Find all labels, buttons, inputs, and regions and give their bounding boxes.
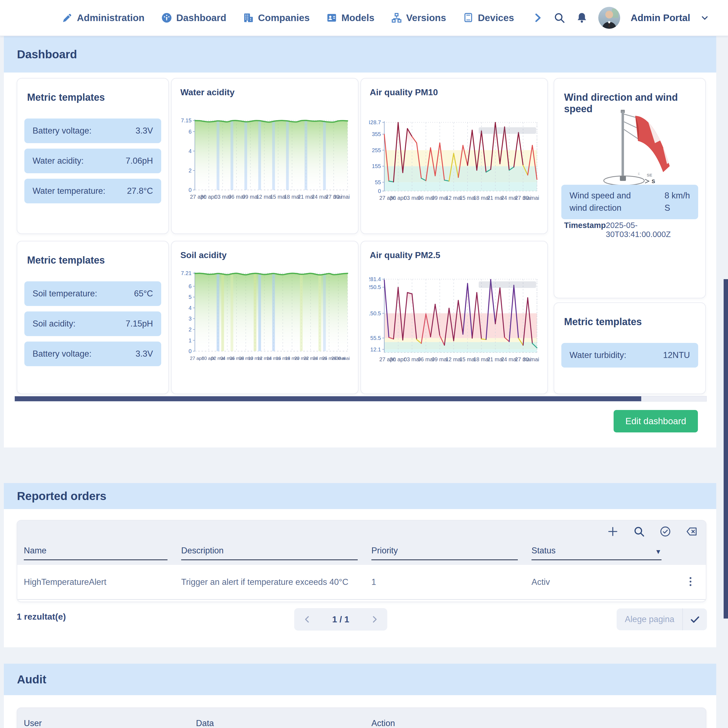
nav-item-models[interactable]: Models (326, 12, 375, 23)
check-circle-icon[interactable] (659, 526, 671, 537)
nav-item-label: Devices (478, 12, 514, 23)
compass-e: E (638, 172, 640, 176)
cell-description: Trigger an alert if temperature exceeds … (181, 577, 372, 587)
results-count: 1 rezultat(e) (17, 612, 66, 622)
svg-text:55: 55 (375, 179, 381, 185)
nav-more-chevron-right-icon[interactable] (532, 12, 543, 23)
nav-item-companies[interactable]: Companies (243, 12, 310, 23)
audit-column-header-user[interactable]: User (24, 719, 196, 728)
nav-item-label: Models (341, 12, 375, 23)
row-menu-kebab-icon[interactable] (688, 577, 693, 586)
legend-blur (479, 127, 536, 134)
cell-priority: 1 (372, 577, 532, 587)
chart-title: Water acidity (180, 87, 234, 98)
audit-header-row: UserDataAction (17, 708, 706, 728)
legend-blur (479, 281, 536, 288)
column-header-name[interactable]: Name (24, 546, 168, 560)
metric-label: Soil acidity: (32, 319, 75, 329)
pm10-chart-card: Air quality PM10 428.735525515555027 apr… (361, 78, 548, 234)
cell-status: Activ (532, 577, 675, 587)
metric-chip: Water turbidity:12NTU (561, 343, 698, 367)
device-icon (462, 12, 474, 23)
pm25-chart: 281.4250.5150.555.512.127 apr.30 apr.03 … (369, 266, 540, 395)
compass-s: S (652, 179, 655, 184)
nav-item-devices[interactable]: Devices (462, 12, 514, 23)
reported-orders-band: Reported orders (4, 483, 716, 509)
column-header-status[interactable]: Status▼ (532, 546, 662, 560)
chevron-down-icon[interactable] (700, 14, 709, 22)
add-icon[interactable] (607, 526, 619, 537)
svg-text:30 mai: 30 mai (523, 195, 539, 201)
wind-card: Wind direction and wind speed (554, 78, 706, 298)
column-header-description[interactable]: Description (181, 546, 358, 560)
svg-text:6: 6 (188, 128, 191, 135)
pagination: 1 / 1 (294, 608, 387, 630)
audit-title: Audit (4, 673, 46, 686)
svg-text:30 mai: 30 mai (333, 194, 350, 200)
svg-text:428.7: 428.7 (369, 119, 381, 125)
chart-title: Air quality PM10 (370, 87, 438, 98)
prev-page-button[interactable] (294, 608, 320, 630)
svg-text:4: 4 (188, 305, 191, 311)
timestamp-label: Timestamp (564, 221, 606, 239)
navbar-right: Admin Portal (554, 0, 709, 35)
page-select-input[interactable] (616, 614, 682, 624)
metric-chip: Battery voltage:3.3V (24, 118, 161, 143)
metric-label: Battery voltage: (32, 126, 92, 136)
clear-icon[interactable] (685, 526, 697, 537)
metric-templates-card: Metric templates Water turbidity:12NTU (554, 303, 706, 394)
table-toolbar (607, 526, 697, 537)
metric-label: Soil temperature: (32, 289, 97, 298)
edit-dashboard-button[interactable]: Edit dashboard (613, 410, 698, 433)
svg-text:30 mai: 30 mai (523, 356, 539, 362)
audit-column-header-action[interactable]: Action (372, 719, 706, 728)
svg-text:355: 355 (372, 131, 381, 137)
metric-chip-list: Battery voltage:3.3VWater acidity:7.06pH… (24, 118, 161, 203)
horizontal-scrollbar[interactable] (14, 396, 707, 402)
water-acidity-chart-card: Water acidity 7.15642027 apr.30 apr.03 m… (171, 78, 358, 234)
pm25-chart-card: Air quality PM2.5 281.4250.5150.555.512.… (361, 241, 548, 394)
metric-label: Water temperature: (32, 186, 106, 196)
metric-chip: Water temperature:27.8°C (24, 179, 161, 203)
gauge-icon (161, 12, 173, 23)
dashboard-band: Dashboard (4, 36, 716, 72)
metric-label: Water turbidity: (569, 350, 626, 360)
nav-item-dashboard[interactable]: Dashboard (161, 12, 226, 23)
top-navbar: AdministrationDashboardCompaniesModelsVe… (0, 0, 728, 36)
horizontal-scrollbar-thumb[interactable] (15, 396, 641, 401)
confirm-page-button[interactable] (682, 609, 707, 630)
reported-orders-title: Reported orders (4, 489, 107, 503)
metric-label: Water acidity: (32, 156, 84, 166)
nav-item-label: Versions (406, 12, 446, 23)
metric-value: 7.06pH (125, 156, 153, 166)
metric-chip: Soil temperature:65°C (24, 281, 161, 306)
column-header-priority[interactable]: Priority (372, 546, 518, 560)
next-page-button[interactable] (361, 608, 387, 630)
search-icon[interactable] (554, 12, 566, 24)
svg-text:155: 155 (372, 163, 381, 169)
reported-orders-section: NameDescriptionPriorityStatus▼ HighTempe… (4, 509, 716, 647)
audit-band: Audit (4, 664, 716, 695)
table-row[interactable]: HighTemperatureAlertTrigger an alert if … (17, 565, 706, 600)
audit-column-header-data[interactable]: Data (196, 719, 372, 728)
cell-name: HighTemperatureAlert (24, 577, 181, 587)
vertical-scrollbar-thumb[interactable] (723, 279, 728, 618)
main-nav: AdministrationDashboardCompaniesModelsVe… (61, 0, 543, 35)
profile-menu[interactable]: Admin Portal (630, 12, 690, 23)
svg-text:1: 1 (188, 338, 191, 344)
avatar[interactable] (598, 7, 620, 29)
svg-text:255: 255 (372, 147, 381, 153)
app-root: AdministrationDashboardCompaniesModelsVe… (0, 0, 728, 728)
audit-section: UserDataAction (4, 695, 716, 728)
svg-text:0: 0 (188, 348, 191, 354)
nav-item-versions[interactable]: Versions (391, 12, 446, 23)
svg-text:250.5: 250.5 (369, 284, 381, 290)
nav-item-administration[interactable]: Administration (61, 12, 144, 23)
filter-caret-icon[interactable]: ▼ (655, 548, 662, 555)
search-icon[interactable] (633, 526, 645, 537)
notifications-bell-icon[interactable] (576, 12, 588, 24)
water-acidity-chart: 7.15642027 apr.30 apr.03 mai06 mai09 mai… (180, 103, 351, 234)
metric-label: Battery voltage: (32, 349, 92, 359)
page-select (616, 609, 707, 630)
svg-text:2: 2 (188, 326, 191, 332)
